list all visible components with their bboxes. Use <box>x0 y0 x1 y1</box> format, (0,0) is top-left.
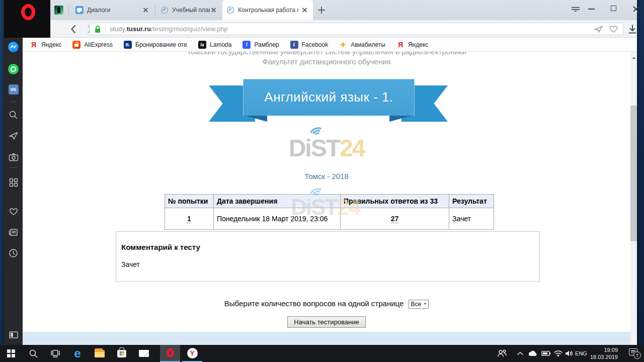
battery-tray-button[interactable] <box>539 345 552 362</box>
start-button[interactable] <box>1 345 21 362</box>
bookmark-avia[interactable]: ✈ Авиабилеты <box>339 41 385 49</box>
yandex-browser-button[interactable]: Y <box>182 345 202 362</box>
booking-icon: B. <box>124 41 132 49</box>
sidebar-snapshot-button[interactable] <box>4 149 23 164</box>
col-finished: Дата завершения <box>214 195 341 208</box>
chat-favicon <box>75 6 84 14</box>
sidebar-flow-button[interactable] <box>4 128 23 143</box>
pinned-tab[interactable] <box>54 6 63 15</box>
opera-logo-icon <box>21 4 35 20</box>
org-line-2: Факультет дистанционного обучения <box>23 57 630 66</box>
vertical-scrollbar[interactable] <box>630 52 637 345</box>
page-content: Томский государственный университет сист… <box>23 52 630 332</box>
minimize-button[interactable] <box>582 0 602 17</box>
tab-menu-icon[interactable] <box>572 7 580 14</box>
close-button[interactable] <box>626 0 637 17</box>
sidebar-history-button[interactable] <box>4 245 23 260</box>
yandex-icon: Я <box>30 41 38 49</box>
mail-button[interactable] <box>134 345 154 362</box>
sidebar-vk-button[interactable]: VK <box>4 82 23 97</box>
scrollbar-thumb[interactable] <box>630 106 637 241</box>
sidebar-search-button[interactable] <box>4 107 23 122</box>
wifi-arcs-icon <box>304 123 325 141</box>
sidebar-messenger-button[interactable] <box>4 39 23 54</box>
bookmark-lamoda[interactable]: la Lamoda <box>198 41 231 49</box>
sidebar-news-button[interactable] <box>4 225 23 240</box>
airplane-icon: ✈ <box>339 41 347 49</box>
clock[interactable]: 19:09 18.03.2019 <box>590 346 618 360</box>
sidebar-bookmarks-button[interactable] <box>4 204 23 219</box>
opera-menu-corner[interactable] <box>4 0 50 38</box>
sidebar-whatsapp-button[interactable] <box>4 61 23 76</box>
url-field[interactable]: study.tusur.ru/testing/mod/quiz/view.php <box>90 23 624 35</box>
bookmark-heart-icon[interactable] <box>609 25 618 33</box>
browser-window: Диалоги Учебный план - Личный Контрольна… <box>4 0 637 345</box>
bookmark-aliexpress[interactable]: AliExpress <box>72 41 113 49</box>
tab-label: Контрольная работа по д <box>238 7 298 14</box>
sidebar-divider <box>10 102 17 102</box>
task-view-button[interactable] <box>45 345 65 362</box>
edge-button[interactable]: e <box>67 345 88 362</box>
result-cell: Зачет <box>449 208 494 230</box>
bookmark-facebook[interactable]: f Facebook <box>290 41 329 49</box>
attempt-link[interactable]: 1 <box>187 215 191 223</box>
bookmark-booking[interactable]: B. Бронирование отеле <box>124 41 187 49</box>
onedrive-tray-button[interactable] <box>526 345 539 362</box>
tab-close-icon[interactable] <box>210 6 218 14</box>
new-tab-button[interactable] <box>317 6 326 15</box>
send-to-flow-icon[interactable] <box>594 25 604 34</box>
bookmark-rambler[interactable]: / Рамблер <box>243 41 279 49</box>
aliexpress-icon <box>72 41 80 49</box>
battery-icon <box>541 350 551 356</box>
maximize-button[interactable] <box>604 0 624 17</box>
rambler-icon: / <box>243 41 251 49</box>
tab-separator <box>155 5 155 15</box>
ribbon-band: Английский язык - 1. <box>243 79 415 116</box>
yandex-browser-icon: Y <box>187 348 198 358</box>
taskbar-search-button[interactable] <box>23 345 43 362</box>
sidebar-speeddial-button[interactable] <box>4 175 23 190</box>
store-button[interactable] <box>112 345 132 362</box>
tab-quiz-active[interactable]: Контрольная работа по д <box>222 0 313 20</box>
yandex-icon: Я <box>396 41 405 49</box>
start-test-button[interactable]: Начать тестирование <box>287 316 365 328</box>
heart-icon <box>9 207 19 216</box>
messenger-icon <box>8 42 19 52</box>
per-page-row: Выберите количество вопросов на одной ст… <box>23 299 630 309</box>
correct-link[interactable]: 27 <box>391 215 399 223</box>
scroll-up-icon[interactable] <box>632 55 636 59</box>
search-icon <box>9 110 18 120</box>
opera-sidebar: VK <box>4 38 23 345</box>
language-indicator[interactable]: ENG <box>573 345 590 362</box>
bookmark-yandex-2[interactable]: Я Яндекс <box>396 41 428 49</box>
people-button[interactable] <box>492 345 512 362</box>
tab-study-plan[interactable]: Учебный план - Личный <box>156 0 222 20</box>
sidebar-toggle-button[interactable] <box>4 327 23 342</box>
edge-icon: e <box>74 347 80 359</box>
city-year: Томск - 2018 <box>23 172 630 180</box>
back-icon[interactable] <box>68 24 79 35</box>
per-page-label: Выберите количество вопросов на одной ст… <box>224 299 404 308</box>
dist24-favicon <box>226 6 234 14</box>
tab-close-icon[interactable] <box>142 6 150 14</box>
tab-close-icon[interactable] <box>301 6 309 14</box>
secure-lock-icon[interactable] <box>94 25 101 33</box>
sidebar-divider <box>10 167 17 167</box>
people-icon <box>497 349 507 358</box>
bookmark-yandex[interactable]: Я Яндекс <box>30 41 61 49</box>
mail-icon <box>139 350 149 357</box>
clock-time: 19:09 <box>590 346 618 353</box>
tab-dialogs[interactable]: Диалоги <box>71 0 154 20</box>
chevron-up-icon <box>517 351 523 355</box>
per-page-select[interactable]: Все <box>409 300 429 309</box>
store-icon <box>117 350 126 357</box>
file-explorer-button[interactable] <box>90 345 110 362</box>
grid-icon <box>9 178 18 187</box>
action-center-button[interactable]: 7 <box>629 348 639 357</box>
search-icon <box>29 349 38 358</box>
tray-expand-button[interactable] <box>514 345 526 362</box>
comment-body: Зачет <box>121 260 140 268</box>
opera-taskbar-button[interactable] <box>160 345 180 362</box>
col-attempt: № попытки <box>165 195 214 208</box>
downloads-icon[interactable] <box>627 24 638 35</box>
